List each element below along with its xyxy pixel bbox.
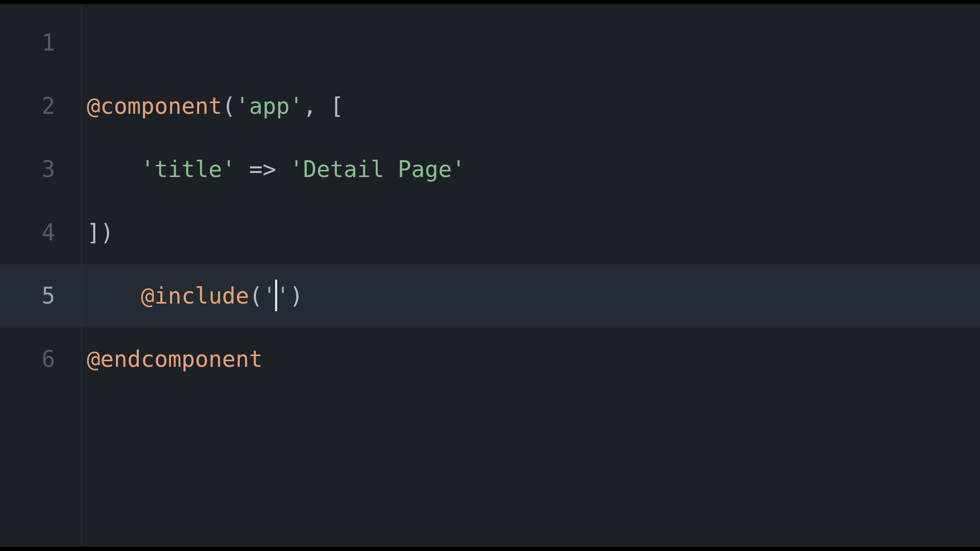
line-number-gutter: 1 2 3 4 5 6: [0, 4, 82, 547]
line-number: 6: [0, 328, 81, 391]
string-token: ': [276, 283, 290, 309]
directive-token: @endcomponent: [87, 346, 262, 372]
code-line[interactable]: @component('app', [: [82, 74, 980, 138]
operator-token: =>: [235, 156, 289, 182]
punct-token: ): [289, 283, 303, 309]
string-token: 'title': [141, 156, 235, 182]
code-line-active[interactable]: @include(''): [82, 264, 980, 328]
punct-token: (: [222, 93, 236, 119]
line-number: 1: [0, 11, 81, 74]
directive-token: @include: [141, 283, 249, 309]
code-line[interactable]: @endcomponent: [82, 328, 980, 391]
code-area[interactable]: @component('app', [ 'title' => 'Detail P…: [82, 4, 980, 547]
string-token: 'app': [235, 93, 303, 119]
line-number: 2: [0, 74, 81, 138]
indent: [87, 283, 141, 309]
indent: [87, 156, 141, 182]
punct-token: ]): [87, 219, 114, 245]
code-line[interactable]: ]): [82, 201, 980, 264]
code-line[interactable]: 'title' => 'Detail Page': [82, 138, 980, 201]
line-number: 3: [0, 138, 81, 201]
string-token: ': [262, 283, 276, 309]
code-editor[interactable]: 1 2 3 4 5 6 @component('app', [ 'title' …: [0, 0, 980, 551]
text-cursor: [275, 280, 277, 311]
line-number-active: 5: [0, 264, 81, 328]
punct-token: (: [249, 283, 263, 309]
line-number: 4: [0, 201, 81, 264]
directive-token: @component: [87, 93, 222, 119]
code-line[interactable]: [82, 11, 980, 74]
string-token: 'Detail Page': [289, 156, 465, 182]
punct-token: , [: [303, 93, 344, 119]
